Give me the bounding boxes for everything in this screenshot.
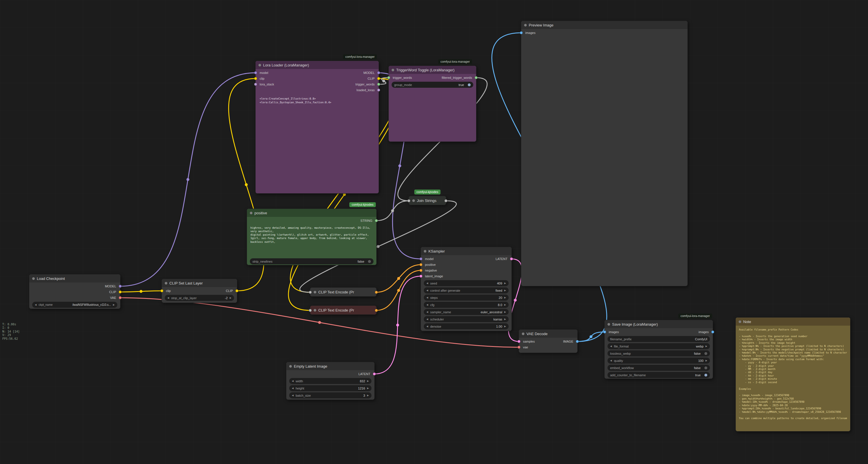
node-clip-text-encode-negative[interactable]: CLIP Text Encode (Pr xyxy=(310,306,377,315)
input-port-vae[interactable] xyxy=(518,346,520,349)
increment-arrow-icon[interactable]: ▶ xyxy=(230,297,231,299)
node-lora-loader[interactable]: comfyui-lora-manager Lora Loader (LoraMa… xyxy=(255,61,379,194)
widget-filename-prefix[interactable]: filename_prefix ComfyUI xyxy=(608,336,710,342)
output-port-clip[interactable] xyxy=(119,291,122,293)
node-header[interactable]: positive xyxy=(247,209,376,217)
increment-arrow-icon[interactable]: ▶ xyxy=(504,296,506,299)
output-port-string[interactable] xyxy=(444,199,447,202)
increment-arrow-icon[interactable]: ▶ xyxy=(367,380,369,382)
output-port-latent[interactable] xyxy=(373,373,376,375)
widget-control-after-generate[interactable]: ◀ control after generate fixed ▶ xyxy=(424,287,508,293)
decrement-arrow-icon[interactable]: ◀ xyxy=(610,359,612,362)
output-port-filtered-trigger-words[interactable] xyxy=(475,76,477,79)
input-port-images[interactable] xyxy=(603,330,606,334)
output-port-loaded-loras[interactable] xyxy=(377,89,380,91)
collapse-toggle-icon[interactable] xyxy=(392,69,394,71)
node-vae-decode[interactable]: VAE Decode samples IMAGE vae xyxy=(519,329,578,353)
widget-ckpt-name[interactable]: ◀ ckpt_name ilwaiNSFWIllustrious_v110.s.… xyxy=(32,302,117,308)
node-header[interactable]: Load Checkpoint xyxy=(29,274,120,283)
output-port-conditioning[interactable] xyxy=(375,309,378,312)
input-port-clip-text[interactable] xyxy=(309,291,312,294)
node-join-strings[interactable]: comfyui-kjnodes Join Strings xyxy=(408,196,446,205)
node-header[interactable]: CLIP Set Last Layer xyxy=(162,279,237,287)
output-port-conditioning[interactable] xyxy=(375,291,378,294)
increment-arrow-icon[interactable]: ▶ xyxy=(706,359,707,362)
node-clip-set-last-layer[interactable]: CLIP Set Last Layer clip CLIP ◀ stop_at_… xyxy=(162,279,237,303)
collapse-toggle-icon[interactable] xyxy=(424,250,426,253)
input-port-trigger-words[interactable] xyxy=(387,76,390,79)
node-positive-prompt[interactable]: comfyui-kjnodes positive STRING highres,… xyxy=(247,208,377,265)
collapse-toggle-icon[interactable] xyxy=(522,332,524,335)
node-clip-text-encode-positive[interactable]: CLIP Text Encode (Pr xyxy=(310,287,377,297)
node-empty-latent-image[interactable]: Empty Latent Image LATENT ◀ width 832 ▶ … xyxy=(286,362,375,400)
increment-arrow-icon[interactable]: ▶ xyxy=(367,387,369,389)
decrement-arrow-icon[interactable]: ◀ xyxy=(292,387,293,389)
input-port-clip[interactable] xyxy=(160,289,163,292)
node-triggerword-toggle[interactable]: comfyui-lora-manager TriggerWord Toggle … xyxy=(389,65,476,142)
widget-add-counter-to-filename[interactable]: add_counter_to_filename true xyxy=(608,372,710,378)
widget-denoise[interactable]: ◀ denoise 1.00 ▶ xyxy=(424,323,508,329)
toggle-knob[interactable] xyxy=(704,367,707,369)
node-header[interactable]: TriggerWord Toggle (LoraManager) xyxy=(389,66,476,74)
collapse-toggle-icon[interactable] xyxy=(524,24,527,26)
increment-arrow-icon[interactable]: ▶ xyxy=(504,311,506,313)
collapse-toggle-icon[interactable] xyxy=(258,64,261,66)
output-port-clip[interactable] xyxy=(236,289,238,292)
collapse-toggle-icon[interactable] xyxy=(289,365,292,368)
increment-arrow-icon[interactable]: ▶ xyxy=(504,318,506,320)
node-header[interactable]: VAE Decode xyxy=(519,330,577,338)
widget-height[interactable]: ◀ height 1216 ▶ xyxy=(289,385,371,391)
widget-seed[interactable]: ◀ seed 409 ▶ xyxy=(424,280,508,286)
node-header[interactable]: Empty Latent Image xyxy=(286,362,374,370)
node-ksampler[interactable]: KSampler model LATENT positive negative … xyxy=(421,247,512,331)
output-port-string[interactable] xyxy=(375,219,378,222)
toggle-knob[interactable] xyxy=(704,374,707,377)
node-note[interactable]: Note Available filename_prefix Pattern C… xyxy=(736,317,850,432)
toggle-knob[interactable] xyxy=(704,352,707,355)
decrement-arrow-icon[interactable]: ◀ xyxy=(426,318,428,320)
node-header[interactable]: KSampler xyxy=(421,247,512,255)
decrement-arrow-icon[interactable]: ◀ xyxy=(426,311,428,313)
input-port-model[interactable] xyxy=(254,71,257,74)
decrement-arrow-icon[interactable]: ◀ xyxy=(292,394,293,397)
output-port-latent[interactable] xyxy=(510,257,513,260)
input-port-strings[interactable] xyxy=(407,199,410,202)
decrement-arrow-icon[interactable]: ◀ xyxy=(292,380,293,382)
collapse-toggle-icon[interactable] xyxy=(314,291,316,293)
node-header[interactable]: Preview Image xyxy=(521,21,687,29)
output-port-trigger-words[interactable] xyxy=(377,83,380,86)
collapse-toggle-icon[interactable] xyxy=(32,277,35,280)
input-port-images[interactable] xyxy=(520,31,523,34)
output-port-clip[interactable] xyxy=(377,77,380,80)
collapse-toggle-icon[interactable] xyxy=(250,212,252,214)
node-save-image[interactable]: comfyui-lora-manager Save Image (LoraMan… xyxy=(604,320,713,379)
collapse-toggle-icon[interactable] xyxy=(739,320,741,323)
input-port-model[interactable] xyxy=(420,257,422,260)
increment-arrow-icon[interactable]: ▶ xyxy=(504,325,506,328)
widget-batch-size[interactable]: ◀ batch_size 3 ▶ xyxy=(289,393,371,399)
widget-scheduler[interactable]: ◀ scheduler karras ▶ xyxy=(424,316,508,322)
collapse-toggle-icon[interactable] xyxy=(412,199,415,202)
widget-embed-workflow[interactable]: embed_workflow false xyxy=(608,365,710,371)
widget-lossless-webp[interactable]: lossless_webp false xyxy=(608,350,710,356)
increment-arrow-icon[interactable]: ▶ xyxy=(504,289,506,292)
decrement-arrow-icon[interactable]: ◀ xyxy=(426,303,428,306)
input-port-negative[interactable] xyxy=(420,269,422,272)
widget-strip-newlines[interactable]: strip_newlines false xyxy=(250,258,373,264)
node-header[interactable]: Save Image (LoraManager) xyxy=(604,320,713,328)
node-header[interactable]: Lora Loader (LoraManager) xyxy=(256,61,379,69)
widget-quality[interactable]: ◀ quality 100 ▶ xyxy=(608,357,710,364)
increment-arrow-icon[interactable]: ▶ xyxy=(504,303,506,306)
output-port-model[interactable] xyxy=(119,285,122,288)
lora-syntax-text[interactable]: <lora:CreateConcept_Illustrious:0.8> <lo… xyxy=(259,97,375,104)
output-port-images[interactable] xyxy=(711,330,714,334)
widget-group-mode[interactable]: group_mode true xyxy=(392,82,473,88)
decrement-arrow-icon[interactable]: ◀ xyxy=(426,325,428,328)
node-header[interactable]: CLIP Text Encode (Pr xyxy=(310,306,358,315)
decrement-arrow-icon[interactable]: ◀ xyxy=(35,303,36,306)
decrement-arrow-icon[interactable]: ◀ xyxy=(167,297,169,299)
decrement-arrow-icon[interactable]: ◀ xyxy=(426,289,428,292)
output-port-vae[interactable] xyxy=(119,296,122,299)
widget-stop-at-clip-layer[interactable]: ◀ stop_at_clip_layer -2 ▶ xyxy=(165,295,234,301)
widget-width[interactable]: ◀ width 832 ▶ xyxy=(289,378,371,384)
